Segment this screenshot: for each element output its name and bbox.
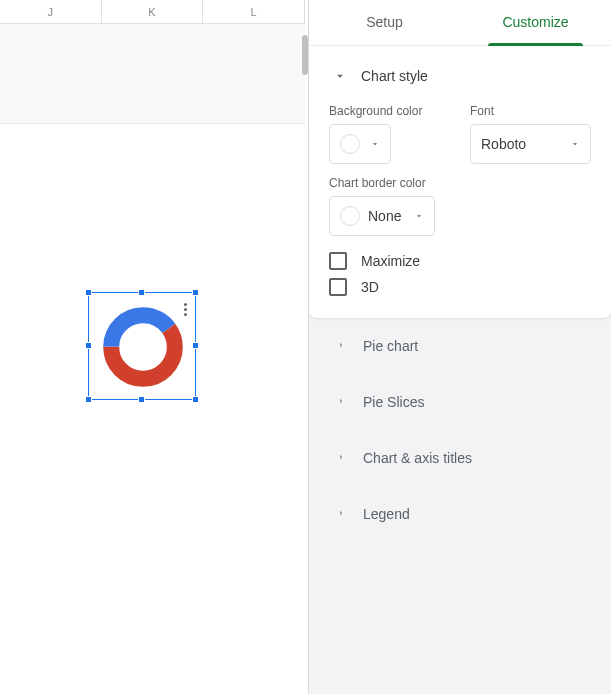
resize-handle-mr[interactable] [192,342,199,349]
section-pie-chart[interactable]: Pie chart [309,318,611,374]
column-headers: J K L [0,0,305,24]
maximize-label: Maximize [361,253,420,269]
section-label: Chart & axis titles [363,450,472,466]
caret-down-icon [570,136,580,152]
resize-handle-bl[interactable] [85,396,92,403]
editor-tabs: Setup Customize [309,0,611,46]
maximize-checkbox[interactable]: Maximize [329,248,591,274]
chart-style-header[interactable]: Chart style [309,46,611,92]
font-label: Font [470,104,591,118]
checkbox-icon [329,252,347,270]
resize-handle-tl[interactable] [85,289,92,296]
donut-chart [101,305,185,389]
empty-row-area[interactable] [0,24,305,124]
chart-object[interactable] [88,292,196,400]
caret-down-icon [414,208,424,224]
panel-top-card: Setup Customize Chart style Background c… [309,0,611,318]
resize-handle-br[interactable] [192,396,199,403]
checkbox-icon [329,278,347,296]
tab-setup[interactable]: Setup [309,0,460,45]
spreadsheet-area: J K L [0,0,305,694]
bg-color-label: Background color [329,104,450,118]
chart-style-title: Chart style [361,68,428,84]
resize-handle-bm[interactable] [138,396,145,403]
section-label: Pie chart [363,338,418,354]
scrollbar-thumb[interactable] [302,35,308,75]
border-color-picker[interactable]: None [329,196,435,236]
chevron-right-icon [335,506,347,522]
3d-label: 3D [361,279,379,295]
resize-handle-tr[interactable] [192,289,199,296]
chevron-right-icon [335,338,347,354]
column-header[interactable]: J [0,0,102,23]
checkbox-group: Maximize 3D [329,248,591,300]
section-label: Pie Slices [363,394,424,410]
chevron-right-icon [335,394,347,410]
border-value: None [368,208,401,224]
color-swatch-icon [340,134,360,154]
column-header[interactable]: K [102,0,204,23]
font-value: Roboto [481,136,526,152]
section-pie-slices[interactable]: Pie Slices [309,374,611,430]
3d-checkbox[interactable]: 3D [329,274,591,300]
chart-editor-panel: Setup Customize Chart style Background c… [308,0,611,694]
font-control: Font Roboto [470,104,591,164]
column-header[interactable]: L [203,0,305,23]
section-chart-axis-titles[interactable]: Chart & axis titles [309,430,611,486]
bg-color-picker[interactable] [329,124,391,164]
caret-down-icon [370,136,380,152]
chevron-down-icon [333,69,347,83]
font-select[interactable]: Roboto [470,124,591,164]
color-swatch-icon [340,206,360,226]
section-legend[interactable]: Legend [309,486,611,542]
resize-handle-tm[interactable] [138,289,145,296]
tab-customize[interactable]: Customize [460,0,611,45]
border-color-control: Chart border color None [329,176,591,236]
resize-handle-ml[interactable] [85,342,92,349]
chart-style-controls: Background color Font Roboto [309,92,611,300]
section-label: Legend [363,506,410,522]
border-color-label: Chart border color [329,176,591,190]
bg-color-control: Background color [329,104,450,164]
chevron-right-icon [335,450,347,466]
